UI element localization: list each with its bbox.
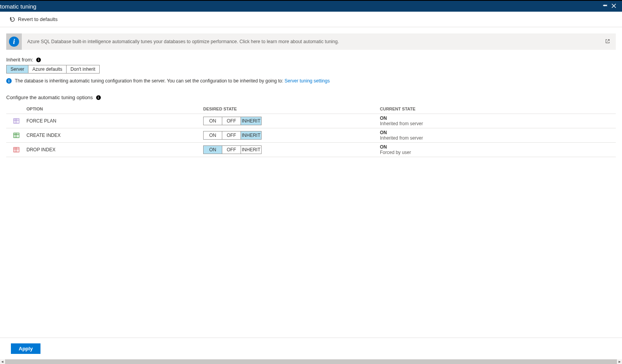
info-message: Azure SQL Database built-in intelligence…	[27, 39, 599, 44]
external-link-icon[interactable]	[605, 38, 610, 45]
inherit-from-segmented: ServerAzure defaultsDon't inherit	[6, 65, 100, 74]
option-icon	[6, 118, 26, 124]
option-row: CREATE INDEXONOFFINHERITONInherited from…	[6, 128, 616, 142]
current-state-source: Forced by user	[380, 150, 616, 155]
inherit-option-server[interactable]: Server	[7, 65, 28, 73]
header-desired: DESIRED STATE	[203, 107, 380, 111]
revert-label: Revert to defaults	[18, 16, 58, 22]
header-option: OPTION	[26, 107, 203, 111]
revert-to-defaults-button[interactable]: Revert to defaults	[9, 16, 58, 23]
desired-state-segmented: ONOFFINHERIT	[203, 131, 262, 140]
server-tuning-settings-link[interactable]: Server tuning settings	[285, 78, 330, 84]
configure-options-label: Configure the automatic tuning options i	[6, 94, 616, 100]
state-inherit[interactable]: INHERIT	[241, 146, 261, 154]
blade-title: tomatic tuning	[0, 3, 36, 10]
command-bar: Revert to defaults	[0, 12, 622, 27]
inherit-option-don-t-inherit[interactable]: Don't inherit	[67, 65, 99, 73]
svg-rect-4	[14, 133, 19, 138]
current-state-source: Inherited from server	[380, 121, 616, 126]
info-dot-icon[interactable]: i	[96, 95, 101, 100]
inherit-option-azure-defaults[interactable]: Azure defaults	[28, 65, 67, 73]
current-state-value: ON	[380, 116, 616, 121]
info-small-icon: i	[6, 78, 12, 84]
current-state-value: ON	[380, 144, 616, 150]
option-icon	[6, 132, 26, 138]
info-dot-icon[interactable]: i	[36, 58, 41, 62]
title-bar: tomatic tuning	[0, 0, 622, 12]
current-state: ONInherited from server	[380, 130, 616, 141]
state-off[interactable]: OFF	[222, 146, 241, 154]
option-name: DROP INDEX	[26, 147, 203, 152]
inherit-note-text: The database is inheriting automatic tun…	[15, 78, 285, 84]
option-row: DROP INDEXONOFFINHERITONForced by user	[6, 142, 616, 157]
inherit-note: i The database is inheriting automatic t…	[6, 78, 616, 84]
pin-icon[interactable]	[601, 3, 610, 10]
state-off[interactable]: OFF	[222, 131, 241, 139]
undo-icon	[9, 16, 16, 23]
option-name: FORCE PLAN	[26, 118, 203, 124]
desired-state-segmented: ONOFFINHERIT	[203, 145, 262, 154]
state-inherit[interactable]: INHERIT	[241, 131, 261, 139]
current-state: ONForced by user	[380, 144, 616, 155]
options-table-header: OPTION DESIRED STATE CURRENT STATE	[6, 104, 616, 114]
option-name: CREATE INDEX	[26, 133, 203, 138]
info-icon: i	[6, 33, 22, 50]
svg-rect-0	[14, 119, 19, 123]
close-icon[interactable]	[610, 3, 618, 10]
state-on[interactable]: ON	[204, 117, 222, 125]
current-state: ONInherited from server	[380, 116, 616, 126]
svg-rect-8	[14, 147, 19, 152]
state-on[interactable]: ON	[204, 131, 222, 139]
state-inherit[interactable]: INHERIT	[241, 117, 261, 125]
option-icon	[6, 147, 26, 153]
inherit-from-label: Inherit from: i	[6, 57, 616, 63]
state-off[interactable]: OFF	[222, 117, 241, 125]
header-current: CURRENT STATE	[380, 107, 616, 111]
info-banner[interactable]: i Azure SQL Database built-in intelligen…	[6, 33, 616, 50]
current-state-value: ON	[380, 130, 616, 135]
desired-state-segmented: ONOFFINHERIT	[203, 117, 262, 125]
option-row: FORCE PLANONOFFINHERITONInherited from s…	[6, 114, 616, 128]
state-on[interactable]: ON	[204, 146, 222, 154]
current-state-source: Inherited from server	[380, 135, 616, 141]
